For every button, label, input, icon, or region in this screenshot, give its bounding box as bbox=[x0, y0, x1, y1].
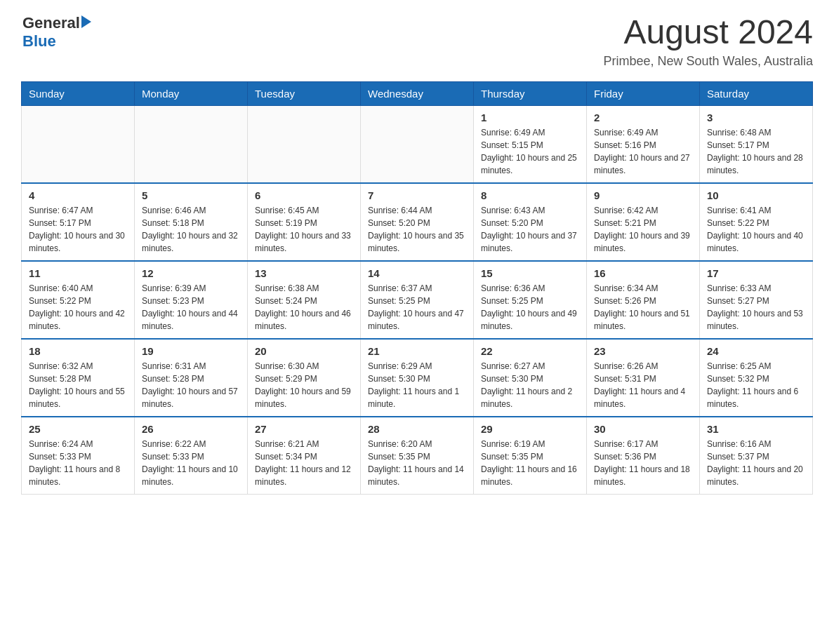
calendar-cell: 15Sunrise: 6:36 AM Sunset: 5:25 PM Dayli… bbox=[474, 261, 587, 339]
day-number: 7 bbox=[368, 189, 466, 201]
calendar-cell: 30Sunrise: 6:17 AM Sunset: 5:36 PM Dayli… bbox=[587, 417, 700, 495]
calendar-cell: 11Sunrise: 6:40 AM Sunset: 5:22 PM Dayli… bbox=[22, 261, 135, 339]
day-info: Sunrise: 6:38 AM Sunset: 5:24 PM Dayligh… bbox=[255, 282, 353, 333]
day-number: 3 bbox=[707, 112, 805, 123]
day-info: Sunrise: 6:47 AM Sunset: 5:17 PM Dayligh… bbox=[29, 204, 127, 255]
calendar-cell: 20Sunrise: 6:30 AM Sunset: 5:29 PM Dayli… bbox=[248, 339, 361, 417]
day-number: 12 bbox=[142, 267, 240, 279]
day-info: Sunrise: 6:32 AM Sunset: 5:28 PM Dayligh… bbox=[29, 360, 127, 410]
day-info: Sunrise: 6:44 AM Sunset: 5:20 PM Dayligh… bbox=[368, 204, 466, 255]
logo-general: General bbox=[22, 14, 80, 32]
day-info: Sunrise: 6:41 AM Sunset: 5:22 PM Dayligh… bbox=[707, 204, 805, 255]
day-number: 30 bbox=[594, 423, 692, 435]
calendar-table: SundayMondayTuesdayWednesdayThursdayFrid… bbox=[21, 81, 813, 495]
day-number: 14 bbox=[368, 267, 466, 279]
calendar-cell: 7Sunrise: 6:44 AM Sunset: 5:20 PM Daylig… bbox=[361, 183, 474, 261]
day-info: Sunrise: 6:48 AM Sunset: 5:17 PM Dayligh… bbox=[707, 126, 805, 177]
day-info: Sunrise: 6:24 AM Sunset: 5:33 PM Dayligh… bbox=[29, 438, 127, 488]
day-number: 10 bbox=[707, 189, 805, 201]
page-subtitle: Primbee, New South Wales, Australia bbox=[604, 54, 813, 69]
calendar-cell: 6Sunrise: 6:45 AM Sunset: 5:19 PM Daylig… bbox=[248, 183, 361, 261]
calendar-cell: 25Sunrise: 6:24 AM Sunset: 5:33 PM Dayli… bbox=[22, 417, 135, 495]
day-info: Sunrise: 6:39 AM Sunset: 5:23 PM Dayligh… bbox=[142, 282, 240, 333]
calendar-cell: 23Sunrise: 6:26 AM Sunset: 5:31 PM Dayli… bbox=[587, 339, 700, 417]
day-number: 22 bbox=[481, 345, 579, 357]
calendar-week-row: 4Sunrise: 6:47 AM Sunset: 5:17 PM Daylig… bbox=[22, 183, 813, 261]
day-number: 31 bbox=[707, 423, 805, 435]
calendar-week-row: 11Sunrise: 6:40 AM Sunset: 5:22 PM Dayli… bbox=[22, 261, 813, 339]
day-number: 1 bbox=[481, 112, 579, 123]
calendar-cell: 2Sunrise: 6:49 AM Sunset: 5:16 PM Daylig… bbox=[587, 105, 700, 183]
day-info: Sunrise: 6:34 AM Sunset: 5:26 PM Dayligh… bbox=[594, 282, 692, 333]
title-block: August 2024 Primbee, New South Wales, Au… bbox=[604, 14, 813, 69]
day-number: 29 bbox=[481, 423, 579, 435]
calendar-header-friday: Friday bbox=[587, 81, 700, 105]
calendar-cell: 8Sunrise: 6:43 AM Sunset: 5:20 PM Daylig… bbox=[474, 183, 587, 261]
day-info: Sunrise: 6:16 AM Sunset: 5:37 PM Dayligh… bbox=[707, 438, 805, 488]
calendar-cell: 14Sunrise: 6:37 AM Sunset: 5:25 PM Dayli… bbox=[361, 261, 474, 339]
calendar-cell: 22Sunrise: 6:27 AM Sunset: 5:30 PM Dayli… bbox=[474, 339, 587, 417]
calendar-cell: 4Sunrise: 6:47 AM Sunset: 5:17 PM Daylig… bbox=[22, 183, 135, 261]
calendar-cell: 16Sunrise: 6:34 AM Sunset: 5:26 PM Dayli… bbox=[587, 261, 700, 339]
day-info: Sunrise: 6:36 AM Sunset: 5:25 PM Dayligh… bbox=[481, 282, 579, 333]
logo-arrow-icon bbox=[81, 15, 91, 28]
calendar-week-row: 25Sunrise: 6:24 AM Sunset: 5:33 PM Dayli… bbox=[22, 417, 813, 495]
day-info: Sunrise: 6:46 AM Sunset: 5:18 PM Dayligh… bbox=[142, 204, 240, 255]
calendar-header-row: SundayMondayTuesdayWednesdayThursdayFrid… bbox=[22, 81, 813, 105]
day-info: Sunrise: 6:30 AM Sunset: 5:29 PM Dayligh… bbox=[255, 360, 353, 410]
calendar-week-row: 18Sunrise: 6:32 AM Sunset: 5:28 PM Dayli… bbox=[22, 339, 813, 417]
day-number: 15 bbox=[481, 267, 579, 279]
day-info: Sunrise: 6:27 AM Sunset: 5:30 PM Dayligh… bbox=[481, 360, 579, 410]
calendar-cell bbox=[135, 105, 248, 183]
day-number: 4 bbox=[29, 189, 127, 201]
page-header: General Blue August 2024 Primbee, New So… bbox=[21, 14, 813, 69]
calendar-week-row: 1Sunrise: 6:49 AM Sunset: 5:15 PM Daylig… bbox=[22, 105, 813, 183]
calendar-header-wednesday: Wednesday bbox=[361, 81, 474, 105]
calendar-cell: 3Sunrise: 6:48 AM Sunset: 5:17 PM Daylig… bbox=[700, 105, 813, 183]
day-number: 23 bbox=[594, 345, 692, 357]
day-info: Sunrise: 6:49 AM Sunset: 5:16 PM Dayligh… bbox=[594, 126, 692, 177]
day-number: 16 bbox=[594, 267, 692, 279]
day-info: Sunrise: 6:29 AM Sunset: 5:30 PM Dayligh… bbox=[368, 360, 466, 410]
calendar-cell bbox=[361, 105, 474, 183]
calendar-cell: 26Sunrise: 6:22 AM Sunset: 5:33 PM Dayli… bbox=[135, 417, 248, 495]
day-info: Sunrise: 6:40 AM Sunset: 5:22 PM Dayligh… bbox=[29, 282, 127, 333]
day-number: 21 bbox=[368, 345, 466, 357]
day-info: Sunrise: 6:37 AM Sunset: 5:25 PM Dayligh… bbox=[368, 282, 466, 333]
day-number: 25 bbox=[29, 423, 127, 435]
calendar-cell: 21Sunrise: 6:29 AM Sunset: 5:30 PM Dayli… bbox=[361, 339, 474, 417]
calendar-cell: 9Sunrise: 6:42 AM Sunset: 5:21 PM Daylig… bbox=[587, 183, 700, 261]
logo-blue: Blue bbox=[22, 32, 91, 51]
day-info: Sunrise: 6:31 AM Sunset: 5:28 PM Dayligh… bbox=[142, 360, 240, 410]
day-number: 19 bbox=[142, 345, 240, 357]
day-number: 17 bbox=[707, 267, 805, 279]
calendar-cell bbox=[22, 105, 135, 183]
calendar-cell: 29Sunrise: 6:19 AM Sunset: 5:35 PM Dayli… bbox=[474, 417, 587, 495]
logo: General Blue bbox=[21, 14, 91, 51]
day-number: 20 bbox=[255, 345, 353, 357]
calendar-cell: 28Sunrise: 6:20 AM Sunset: 5:35 PM Dayli… bbox=[361, 417, 474, 495]
day-number: 2 bbox=[594, 112, 692, 123]
day-info: Sunrise: 6:33 AM Sunset: 5:27 PM Dayligh… bbox=[707, 282, 805, 333]
calendar-header-tuesday: Tuesday bbox=[248, 81, 361, 105]
calendar-cell: 10Sunrise: 6:41 AM Sunset: 5:22 PM Dayli… bbox=[700, 183, 813, 261]
calendar-cell: 13Sunrise: 6:38 AM Sunset: 5:24 PM Dayli… bbox=[248, 261, 361, 339]
day-info: Sunrise: 6:25 AM Sunset: 5:32 PM Dayligh… bbox=[707, 360, 805, 410]
calendar-cell: 17Sunrise: 6:33 AM Sunset: 5:27 PM Dayli… bbox=[700, 261, 813, 339]
day-number: 18 bbox=[29, 345, 127, 357]
calendar-cell: 5Sunrise: 6:46 AM Sunset: 5:18 PM Daylig… bbox=[135, 183, 248, 261]
calendar-cell: 24Sunrise: 6:25 AM Sunset: 5:32 PM Dayli… bbox=[700, 339, 813, 417]
calendar-cell: 1Sunrise: 6:49 AM Sunset: 5:15 PM Daylig… bbox=[474, 105, 587, 183]
day-info: Sunrise: 6:26 AM Sunset: 5:31 PM Dayligh… bbox=[594, 360, 692, 410]
calendar-cell bbox=[248, 105, 361, 183]
day-number: 13 bbox=[255, 267, 353, 279]
day-number: 26 bbox=[142, 423, 240, 435]
day-info: Sunrise: 6:21 AM Sunset: 5:34 PM Dayligh… bbox=[255, 438, 353, 488]
day-info: Sunrise: 6:43 AM Sunset: 5:20 PM Dayligh… bbox=[481, 204, 579, 255]
calendar-header-sunday: Sunday bbox=[22, 81, 135, 105]
calendar-header-thursday: Thursday bbox=[474, 81, 587, 105]
day-info: Sunrise: 6:19 AM Sunset: 5:35 PM Dayligh… bbox=[481, 438, 579, 488]
calendar-header-saturday: Saturday bbox=[700, 81, 813, 105]
day-number: 11 bbox=[29, 267, 127, 279]
day-number: 9 bbox=[594, 189, 692, 201]
